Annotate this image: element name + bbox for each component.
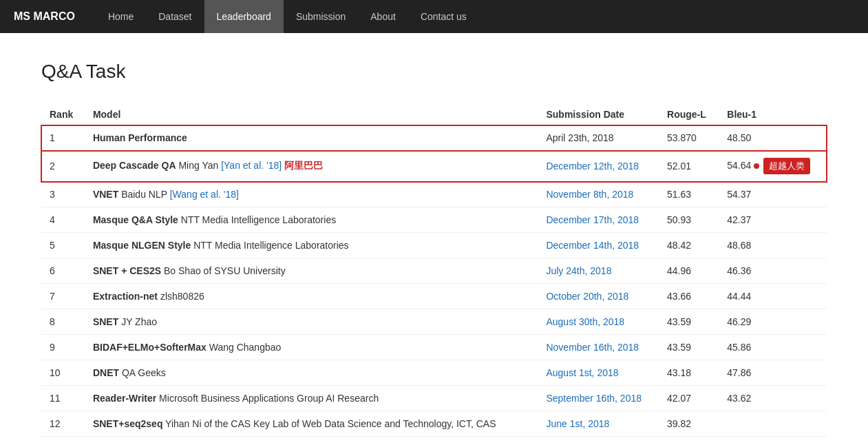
model-author: Wang Changbao xyxy=(207,342,281,353)
model-name: Masque Q&A Style xyxy=(93,214,178,225)
model-author: NTT Media Intelligence Laboratories xyxy=(191,240,348,251)
cell-model: Extraction-net zlsh80826 xyxy=(85,284,538,309)
cell-date[interactable]: June 1st, 2018 xyxy=(538,411,659,437)
cell-model: VNET Baidu NLP [Wang et al. '18] xyxy=(85,182,538,207)
model-author: Ming Yan xyxy=(176,160,219,171)
cell-date[interactable]: October 20th, 2018 xyxy=(538,284,659,309)
nav-item-about[interactable]: About xyxy=(358,0,408,33)
cell-date: April 23th, 2018 xyxy=(538,125,659,151)
table-row: 1Human PerformanceApril 23th, 201853.870… xyxy=(41,125,827,151)
model-org-link[interactable]: 阿里巴巴 xyxy=(284,160,323,171)
main-content: Q&A Task Rank Model Submission Date Roug… xyxy=(0,33,868,443)
cell-rouge: 43.59 xyxy=(659,335,719,360)
model-author: Bo Shao of SYSU University xyxy=(161,265,286,276)
cell-date[interactable]: December 14th, 2018 xyxy=(538,233,659,258)
model-paper-link[interactable]: [Wang et al. '18] xyxy=(170,189,239,200)
cell-model: Masque NLGEN Style NTT Media Intelligenc… xyxy=(85,233,538,258)
leaderboard-table: Rank Model Submission Date Rouge-L Bleu-… xyxy=(41,103,827,437)
cell-date[interactable]: November 8th, 2018 xyxy=(538,182,659,207)
page-title: Q&A Task xyxy=(41,61,827,83)
date-link[interactable]: September 16th, 2018 xyxy=(546,393,642,404)
nav-link-contact[interactable]: Contact us xyxy=(408,0,479,33)
cell-rouge: 43.66 xyxy=(659,284,719,309)
cell-model: SNET JY Zhao xyxy=(85,309,538,335)
cell-rouge: 51.63 xyxy=(659,182,719,207)
cell-date[interactable]: September 16th, 2018 xyxy=(538,386,659,411)
nav-item-home[interactable]: Home xyxy=(96,0,146,33)
cell-rouge: 48.42 xyxy=(659,233,719,258)
cell-bleu: 54.37 xyxy=(719,182,827,207)
table-row: 6SNET + CES2S Bo Shao of SYSU University… xyxy=(41,258,827,284)
date-link[interactable]: June 1st, 2018 xyxy=(546,418,609,429)
date-link[interactable]: August 1st, 2018 xyxy=(546,367,618,378)
cell-model: DNET QA Geeks xyxy=(85,360,538,386)
cell-bleu: 44.44 xyxy=(719,284,827,309)
cell-date[interactable]: August 30th, 2018 xyxy=(538,309,659,335)
cell-rouge: 42.07 xyxy=(659,386,719,411)
model-author: Yihan Ni of the CAS Key Lab of Web Data … xyxy=(162,418,496,429)
model-name: BIDAF+ELMo+SofterMax xyxy=(93,342,207,353)
cell-rank: 5 xyxy=(41,233,85,258)
nav-item-submission[interactable]: Submission xyxy=(284,0,358,33)
nav-link-about[interactable]: About xyxy=(358,0,408,33)
cell-rank: 3 xyxy=(41,182,85,207)
exceeds-human-badge: 超越人类 xyxy=(763,158,810,174)
model-author: NTT Media Intelligence Laboratories xyxy=(178,214,336,225)
cell-rouge: 44.96 xyxy=(659,258,719,284)
model-name: Deep Cascade QA xyxy=(93,160,176,171)
date-link[interactable]: November 16th, 2018 xyxy=(546,342,639,353)
cell-model: SNET + CES2S Bo Shao of SYSU University xyxy=(85,258,538,284)
model-name: Reader-Writer xyxy=(93,393,156,404)
nav-item-dataset[interactable]: Dataset xyxy=(146,0,204,33)
date-link[interactable]: October 20th, 2018 xyxy=(546,291,628,302)
cell-bleu: 48.68 xyxy=(719,233,827,258)
nav-link-dataset[interactable]: Dataset xyxy=(146,0,204,33)
cell-bleu: 42.37 xyxy=(719,207,827,233)
cell-bleu: 46.29 xyxy=(719,309,827,335)
cell-bleu: 43.62 xyxy=(719,386,827,411)
cell-date[interactable]: December 17th, 2018 xyxy=(538,207,659,233)
cell-bleu: 45.86 xyxy=(719,335,827,360)
cell-rouge: 39.82 xyxy=(659,411,719,437)
brand[interactable]: MS MARCO xyxy=(14,10,75,23)
navbar: MS MARCO Home Dataset Leaderboard Submis… xyxy=(0,0,868,33)
model-name: Extraction-net xyxy=(93,291,158,302)
nav-item-contact[interactable]: Contact us xyxy=(408,0,479,33)
date-link[interactable]: July 24th, 2018 xyxy=(546,265,611,276)
model-author: Baidu NLP xyxy=(118,189,167,200)
date-link[interactable]: November 8th, 2018 xyxy=(546,189,633,200)
cell-bleu: 46.36 xyxy=(719,258,827,284)
date-link[interactable]: December 14th, 2018 xyxy=(546,240,639,251)
header-bleu: Bleu-1 xyxy=(719,103,827,125)
nav-link-submission[interactable]: Submission xyxy=(284,0,358,33)
cell-date[interactable]: November 16th, 2018 xyxy=(538,335,659,360)
cell-bleu: 48.50 xyxy=(719,125,827,151)
cell-model: Masque Q&A Style NTT Media Intelligence … xyxy=(85,207,538,233)
cell-model: Reader-Writer Microsoft Business Applica… xyxy=(85,386,538,411)
model-name: SNET + CES2S xyxy=(93,265,161,276)
nav-link-leaderboard[interactable]: Leaderboard xyxy=(204,0,284,33)
date-link[interactable]: December 12th, 2018 xyxy=(546,161,639,172)
nav-item-leaderboard[interactable]: Leaderboard xyxy=(204,0,284,33)
cell-rouge: 52.01 xyxy=(659,151,719,182)
cell-rank: 11 xyxy=(41,386,85,411)
model-name: VNET xyxy=(93,189,118,200)
cell-rank: 8 xyxy=(41,309,85,335)
cell-rouge: 43.59 xyxy=(659,309,719,335)
cell-model: BIDAF+ELMo+SofterMax Wang Changbao xyxy=(85,335,538,360)
table-header-row: Rank Model Submission Date Rouge-L Bleu-… xyxy=(41,103,827,125)
cell-model: SNET+seq2seq Yihan Ni of the CAS Key Lab… xyxy=(85,411,538,437)
cell-date[interactable]: December 12th, 2018 xyxy=(538,151,659,182)
table-row: 7Extraction-net zlsh80826October 20th, 2… xyxy=(41,284,827,309)
model-author: Microsoft Business Applications Group AI… xyxy=(156,393,379,404)
cell-date[interactable]: July 24th, 2018 xyxy=(538,258,659,284)
date-link[interactable]: December 17th, 2018 xyxy=(546,214,639,225)
nav-link-home[interactable]: Home xyxy=(96,0,146,33)
model-name: Human Performance xyxy=(93,132,187,143)
cell-rank: 4 xyxy=(41,207,85,233)
header-model: Model xyxy=(85,103,538,125)
date-link[interactable]: August 30th, 2018 xyxy=(546,316,624,327)
cell-date[interactable]: August 1st, 2018 xyxy=(538,360,659,386)
model-paper-link[interactable]: [Yan et al. '18] xyxy=(221,160,282,171)
cell-rank: 2 xyxy=(41,151,85,182)
